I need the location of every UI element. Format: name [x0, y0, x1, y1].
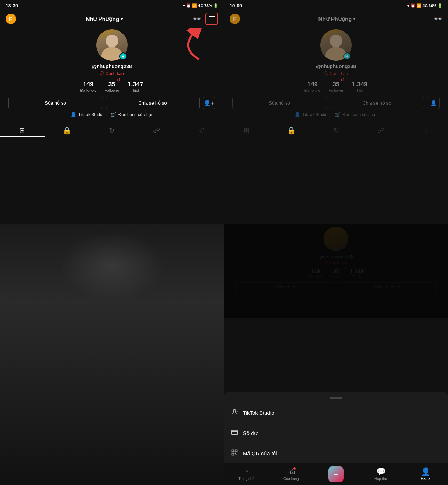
- hamburger-line-3: [209, 21, 215, 21]
- glasses-icon-right[interactable]: 👓: [434, 15, 442, 23]
- share-profile-button-right[interactable]: Chia sẻ hồ sơ: [330, 97, 424, 109]
- tiktok-studio-link-left[interactable]: 👤 TikTok Studio: [70, 112, 104, 117]
- username-handle-left: @nhuphuong238: [92, 64, 132, 69]
- svg-rect-3: [232, 450, 234, 452]
- svg-point-1: [233, 409, 236, 412]
- tab-repost-right[interactable]: ↻: [314, 125, 358, 136]
- inbox-icon: 💬: [376, 467, 386, 476]
- warning-icon-right: ⓘ: [324, 71, 328, 77]
- stats-row-right: 149 Đã follow 35 +4 Follower 1.349 Thích: [230, 81, 442, 92]
- tab-lock-left[interactable]: 🔒: [45, 125, 90, 137]
- tab-grid-left[interactable]: ⊞: [0, 125, 45, 137]
- right-screen: 10:09 ♥ ⏰ 📶 4G 66% 🔋 P Như Phượng ▾ 👓: [224, 0, 448, 224]
- bottom-right-panel: @nhuphuong238 ⓘ Cảnh báo 149 Đã follow 3…: [224, 224, 448, 485]
- left-screen: 13:30 ♥ ⏰ 📶 4G 73% 🔋 P Như Phượng ▾ 👓: [0, 0, 224, 224]
- tab-bar-left: ⊞ 🔒 ↻ ☍ ♡: [0, 123, 224, 138]
- studio-icon-right: 👤: [294, 112, 300, 117]
- nav-create[interactable]: +: [314, 466, 358, 482]
- username-handle-right: @nhuphuong238: [316, 64, 356, 69]
- time-left: 13:30: [6, 3, 18, 8]
- nav-inbox[interactable]: 💬 Hộp thư: [358, 466, 403, 482]
- create-button[interactable]: +: [328, 466, 344, 482]
- nav-inbox-label: Hộp thư: [374, 477, 387, 481]
- nav-profile[interactable]: 👤 Hồ sơ: [403, 466, 448, 482]
- profile-section-right: + @nhuphuong238 ⓘ Cảnh báo 149 Đã follow…: [224, 27, 448, 123]
- follow-number-right: 149: [307, 81, 318, 88]
- hamburger-line-2: [209, 19, 215, 19]
- add-friend-button-right[interactable]: 👤: [427, 97, 440, 109]
- stat-follower-left: 35 +4 Follower: [105, 81, 119, 92]
- wallet-icon: [231, 429, 238, 437]
- likes-number-left: 1.347: [127, 81, 143, 88]
- svg-rect-2: [232, 430, 238, 435]
- studio-menu-icon: [231, 408, 238, 417]
- follower-label-left: Follower: [105, 88, 119, 92]
- tab-grid-right[interactable]: ⊞: [224, 125, 269, 136]
- top-nav-right: P Như Phượng ▾ 👓: [224, 11, 448, 27]
- bottom-nav: ⌂ Trang chủ 🛍 Cửa hàng + 💬 Hộp thư 👤 Hồ …: [224, 463, 448, 485]
- username-dropdown-left[interactable]: Như Phượng ▾: [86, 16, 123, 22]
- likes-label-right: Thích: [355, 88, 365, 92]
- bottom-half: @nhuphuong238 ⓘ Cảnh báo 149 Đã follow 3…: [0, 224, 448, 485]
- plus-badge-right[interactable]: +: [343, 52, 351, 60]
- plus-badge-left[interactable]: +: [119, 52, 127, 60]
- tab-tagged-left[interactable]: ☍: [134, 125, 179, 137]
- follower-number-right: 35 +4: [332, 81, 340, 88]
- likes-number-right: 1.349: [352, 81, 368, 88]
- glasses-icon[interactable]: 👓: [192, 15, 201, 23]
- svg-rect-5: [232, 453, 234, 455]
- tab-tagged-right[interactable]: ☍: [358, 125, 403, 136]
- nav-icons-left: 👓: [192, 13, 218, 25]
- orders-link-right[interactable]: 🛒 Đơn hàng của bạn: [335, 112, 378, 117]
- nav-icons-right: 👓: [434, 15, 442, 23]
- follow-number-left: 149: [83, 81, 93, 88]
- edit-profile-button-left[interactable]: Sửa hồ sơ: [8, 97, 103, 109]
- menu-item-tiktok-studio[interactable]: TikTok Studio: [224, 403, 448, 423]
- hamburger-button[interactable]: [205, 13, 218, 25]
- tab-repost-left[interactable]: ↻: [90, 125, 134, 137]
- menu-label-tiktok-studio: TikTok Studio: [243, 410, 274, 416]
- follower-number-left: 35 +4: [108, 81, 115, 88]
- warning-badge-left: ⓘ Cảnh báo: [100, 71, 124, 77]
- orders-link-left[interactable]: 🛒 Đơn hàng của bạn: [110, 112, 153, 117]
- profile-initial-left[interactable]: P: [6, 14, 16, 24]
- qr-icon: [231, 449, 238, 458]
- username-dropdown-right[interactable]: Như Phượng ▾: [318, 16, 356, 22]
- menu-label-so-du: Số dư: [243, 430, 258, 436]
- profile-icon: 👤: [421, 467, 430, 476]
- avatar-left: +: [96, 29, 128, 61]
- share-profile-button-left[interactable]: Chia sẻ hồ sơ: [106, 97, 200, 109]
- menu-label-ma-qr: Mã QR của tôi: [243, 450, 277, 457]
- tab-liked-left[interactable]: ♡: [179, 125, 224, 137]
- likes-label-left: Thích: [131, 88, 140, 92]
- action-buttons-left: Sửa hồ sơ Chia sẻ hồ sơ 👤+: [6, 97, 218, 109]
- hamburger-line-1: [209, 16, 215, 17]
- stat-likes-left: 1.347 Thích: [127, 81, 143, 92]
- follower-badge-left: +4: [116, 78, 120, 82]
- menu-item-so-du[interactable]: Số dư: [224, 423, 448, 443]
- chevron-down-icon-right: ▾: [353, 16, 355, 21]
- profile-initial-right[interactable]: P: [230, 14, 240, 24]
- bottom-left-panel: [0, 224, 224, 485]
- tab-liked-right[interactable]: ♡: [403, 125, 448, 136]
- cart-icon-right: 🛒: [335, 112, 341, 117]
- status-bar-left: 13:30 ♥ ⏰ 📶 4G 73% 🔋: [0, 0, 224, 11]
- tiktok-studio-link-right[interactable]: 👤 TikTok Studio: [294, 112, 328, 117]
- stat-follow-left: 149 Đã follow: [80, 81, 96, 92]
- tab-lock-right[interactable]: 🔒: [269, 125, 314, 136]
- follow-label-right: Đã follow: [304, 88, 320, 92]
- menu-item-ma-qr[interactable]: Mã QR của tôi: [224, 443, 448, 464]
- follow-label-left: Đã follow: [80, 88, 96, 92]
- edit-profile-button-right[interactable]: Sửa hồ sơ: [232, 97, 327, 109]
- links-row-right: 👤 TikTok Studio 🛒 Đơn hàng của bạn: [292, 112, 380, 117]
- status-icons-left: ♥ ⏰ 📶 4G 73% 🔋: [183, 3, 218, 8]
- warning-icon-left: ⓘ: [100, 71, 104, 77]
- time-right: 10:09: [230, 3, 242, 8]
- cart-icon-left: 🛒: [110, 112, 116, 117]
- add-friend-button-left[interactable]: 👤+: [203, 97, 215, 109]
- follower-badge-right: +4: [341, 78, 344, 82]
- nav-home[interactable]: ⌂ Trang chủ: [224, 466, 269, 482]
- nav-store-label: Cửa hàng: [284, 477, 299, 481]
- nav-store[interactable]: 🛍 Cửa hàng: [269, 466, 314, 482]
- bottom-right-profile-partial: @nhuphuong238 ⓘ Cảnh báo 149 Đã follow 3…: [224, 224, 448, 318]
